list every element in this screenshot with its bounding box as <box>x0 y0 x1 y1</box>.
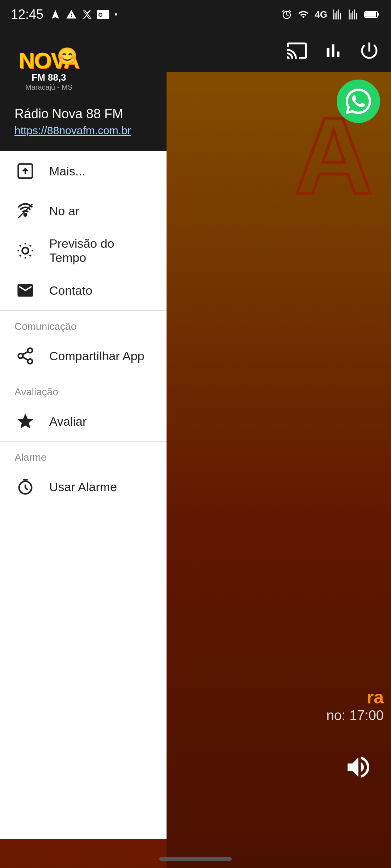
logo-container: 😊 NOVA FM 88,3 Maracajú - MS <box>14 43 152 98</box>
volume-icon[interactable] <box>340 753 377 788</box>
alarme-icon <box>14 476 36 498</box>
status-left: 12:45 G • <box>11 7 118 22</box>
twitter-x-icon <box>82 9 92 20</box>
menu-item-avaliar[interactable]: Avaliar <box>0 401 167 441</box>
mais-svg <box>16 162 35 180</box>
section-avaliacao: Avaliação <box>0 376 167 401</box>
mais-icon <box>14 160 36 182</box>
noar-svg <box>16 201 35 220</box>
svg-rect-4 <box>365 12 376 17</box>
status-right-icons: 4G <box>281 9 380 20</box>
compartilhar-icon <box>14 345 36 367</box>
svg-line-21 <box>23 352 28 355</box>
navigation-icon <box>50 9 61 20</box>
compartilhar-label: Compartilhar App <box>49 349 144 363</box>
previsao-icon <box>14 240 36 261</box>
svg-text:G: G <box>98 12 102 18</box>
status-time: 12:45 <box>11 7 43 22</box>
whatsapp-button[interactable] <box>337 80 380 123</box>
contato-svg <box>16 281 35 300</box>
avaliar-icon <box>14 410 36 432</box>
dot-indicator: • <box>114 9 117 20</box>
compartilhar-svg <box>16 346 35 365</box>
right-content: ra no: 17:00 <box>327 687 384 723</box>
alarme-svg <box>16 477 35 496</box>
svg-line-14 <box>30 255 31 256</box>
radio-logo: 😊 NOVA FM 88,3 Maracajú - MS <box>14 43 83 98</box>
navigation-drawer: 😊 NOVA FM 88,3 Maracajú - MS Rádio Nova … <box>0 29 167 839</box>
wifi-icon <box>297 9 310 20</box>
menu-item-noar[interactable]: No ar <box>0 191 167 231</box>
right-text-line1: ra <box>327 687 384 708</box>
home-bar <box>159 857 232 861</box>
chart-icon[interactable] <box>322 40 344 61</box>
menu-item-compartilhar[interactable]: Compartilhar App <box>0 336 167 376</box>
signal-icon-2 <box>348 9 359 20</box>
volume-svg <box>340 753 377 782</box>
drawer-menu: Mais... No ar <box>0 151 167 839</box>
noar-icon <box>14 200 36 222</box>
avaliar-svg <box>16 412 35 431</box>
menu-item-contato[interactable]: Contato <box>0 271 167 310</box>
whatsapp-icon <box>346 89 371 114</box>
logo-city-text: Maracajú - MS <box>25 83 72 92</box>
smiley-face: 😊 <box>57 46 77 66</box>
menu-item-previsao[interactable]: Previsão do Tempo <box>0 231 167 271</box>
network-4g: 4G <box>315 9 327 20</box>
svg-point-19 <box>28 359 33 364</box>
status-left-icons: G • <box>50 9 117 20</box>
previsao-svg <box>16 241 35 260</box>
alarme-label: Usar Alarme <box>49 480 117 494</box>
power-icon[interactable] <box>358 40 380 61</box>
svg-line-20 <box>23 357 28 360</box>
drawer-overlay[interactable] <box>167 72 391 868</box>
avaliar-label: Avaliar <box>49 414 87 429</box>
alarm-icon <box>281 9 292 20</box>
svg-line-15 <box>20 255 21 256</box>
signal-icon <box>332 9 343 20</box>
noar-label: No ar <box>49 204 79 218</box>
drawer-header: 😊 NOVA FM 88,3 Maracajú - MS Rádio Nova … <box>0 29 167 151</box>
mais-label: Mais... <box>49 164 85 178</box>
svg-point-8 <box>22 247 28 254</box>
svg-point-6 <box>24 214 27 216</box>
svg-line-13 <box>20 245 21 246</box>
svg-rect-3 <box>378 13 379 16</box>
top-action-bar <box>167 29 391 72</box>
svg-point-18 <box>18 354 23 358</box>
status-bar: 12:45 G • 4G <box>0 0 391 29</box>
contato-icon <box>14 280 36 301</box>
section-comunicacao: Comunicação <box>0 311 167 336</box>
globoplay-icon: G <box>97 9 109 20</box>
previsao-label: Previsão do Tempo <box>49 237 152 265</box>
svg-point-17 <box>28 348 33 353</box>
section-alarme: Alarme <box>0 442 167 467</box>
drawer-url[interactable]: https://88novafm.com.br <box>14 124 152 137</box>
menu-item-mais[interactable]: Mais... <box>0 151 167 191</box>
svg-line-16 <box>30 245 31 246</box>
logo-fm-text: FM 88,3 <box>31 72 66 83</box>
right-text-line2: no: 17:00 <box>327 708 384 723</box>
menu-item-alarme[interactable]: Usar Alarme <box>0 467 167 507</box>
cast-icon[interactable] <box>286 40 308 61</box>
contato-label: Contato <box>49 284 92 298</box>
warning-icon <box>66 9 77 20</box>
battery-icon <box>364 9 380 20</box>
drawer-station-name: Rádio Nova 88 FM <box>14 106 152 122</box>
